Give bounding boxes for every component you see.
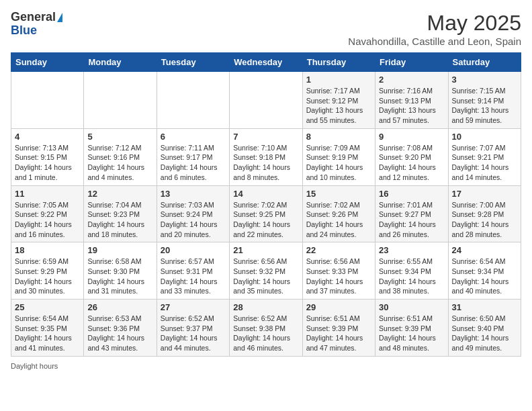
day-info: Sunrise: 6:56 AMSunset: 9:33 PMDaylight:… [306,257,371,296]
logo-icon [57,13,62,22]
day-info: Sunrise: 6:55 AMSunset: 9:34 PMDaylight:… [379,257,444,296]
calendar-header-friday: Friday [375,53,448,72]
calendar-cell: 8Sunrise: 7:09 AMSunset: 9:19 PMDaylight… [302,128,375,185]
day-info: Sunrise: 7:17 AMSunset: 9:12 PMDaylight:… [306,86,371,126]
calendar-cell: 16Sunrise: 7:01 AMSunset: 9:27 PMDayligh… [375,185,448,242]
calendar-header-saturday: Saturday [448,53,521,72]
day-number: 4 [15,132,80,142]
day-number: 29 [306,302,371,312]
day-number: 1 [306,75,371,85]
calendar-week-row: 4Sunrise: 7:13 AMSunset: 9:15 PMDaylight… [11,128,521,185]
calendar-cell: 17Sunrise: 7:00 AMSunset: 9:28 PMDayligh… [448,185,521,242]
day-number: 22 [306,245,371,255]
day-info: Sunrise: 6:59 AMSunset: 9:29 PMDaylight:… [15,257,80,296]
calendar-cell: 2Sunrise: 7:16 AMSunset: 9:13 PMDaylight… [375,72,448,129]
calendar-cell: 30Sunrise: 6:51 AMSunset: 9:39 PMDayligh… [375,300,448,357]
day-info: Sunrise: 7:02 AMSunset: 9:26 PMDaylight:… [306,200,371,240]
title-block: May 2025 Navahondilla, Castille and Leon… [348,11,521,47]
day-number: 18 [15,245,80,255]
calendar-cell: 9Sunrise: 7:08 AMSunset: 9:20 PMDaylight… [375,128,448,185]
page-header: General Blue May 2025 Navahondilla, Cast… [11,11,521,47]
calendar-cell: 23Sunrise: 6:55 AMSunset: 9:34 PMDayligh… [375,242,448,300]
day-number: 12 [87,189,152,199]
calendar-cell: 20Sunrise: 6:57 AMSunset: 9:31 PMDayligh… [157,242,229,300]
calendar-cell [230,72,302,129]
calendar-header-wednesday: Wednesday [230,53,302,72]
day-info: Sunrise: 7:09 AMSunset: 9:19 PMDaylight:… [306,143,371,183]
calendar-week-row: 18Sunrise: 6:59 AMSunset: 9:29 PMDayligh… [11,242,521,300]
day-number: 28 [233,302,298,312]
calendar-cell: 3Sunrise: 7:15 AMSunset: 9:14 PMDaylight… [448,72,521,129]
calendar-cell: 1Sunrise: 7:17 AMSunset: 9:12 PMDaylight… [302,72,375,129]
day-info: Sunrise: 6:51 AMSunset: 9:39 PMDaylight:… [306,314,371,353]
calendar-cell: 29Sunrise: 6:51 AMSunset: 9:39 PMDayligh… [302,300,375,357]
day-info: Sunrise: 7:03 AMSunset: 9:24 PMDaylight:… [161,200,226,240]
day-info: Sunrise: 7:05 AMSunset: 9:22 PMDaylight:… [15,200,80,240]
day-number: 2 [379,75,444,85]
day-info: Sunrise: 7:11 AMSunset: 9:17 PMDaylight:… [161,143,226,183]
day-info: Sunrise: 7:02 AMSunset: 9:25 PMDaylight:… [233,200,298,240]
logo-blue: Blue [11,24,62,38]
day-info: Sunrise: 6:53 AMSunset: 9:36 PMDaylight:… [87,314,152,353]
calendar-cell: 5Sunrise: 7:12 AMSunset: 9:16 PMDaylight… [84,128,157,185]
calendar-header-monday: Monday [84,53,157,72]
location-title: Navahondilla, Castille and Leon, Spain [348,36,521,47]
day-info: Sunrise: 6:51 AMSunset: 9:39 PMDaylight:… [379,314,444,353]
day-number: 10 [452,132,517,142]
logo-general: General [11,10,56,24]
day-info: Sunrise: 7:04 AMSunset: 9:23 PMDaylight:… [87,200,152,240]
footer: Daylight hours [11,362,521,370]
calendar-cell: 15Sunrise: 7:02 AMSunset: 9:26 PMDayligh… [302,185,375,242]
calendar-header-thursday: Thursday [302,53,375,72]
calendar-table: SundayMondayTuesdayWednesdayThursdayFrid… [11,52,521,357]
day-info: Sunrise: 7:08 AMSunset: 9:20 PMDaylight:… [379,143,444,183]
day-info: Sunrise: 6:58 AMSunset: 9:30 PMDaylight:… [87,257,152,296]
day-number: 21 [233,245,298,255]
day-info: Sunrise: 7:13 AMSunset: 9:15 PMDaylight:… [15,143,80,183]
calendar-header-tuesday: Tuesday [157,53,229,72]
calendar-cell: 6Sunrise: 7:11 AMSunset: 9:17 PMDaylight… [157,128,229,185]
calendar-cell: 10Sunrise: 7:07 AMSunset: 9:21 PMDayligh… [448,128,521,185]
calendar-cell: 18Sunrise: 6:59 AMSunset: 9:29 PMDayligh… [11,242,84,300]
day-info: Sunrise: 6:50 AMSunset: 9:40 PMDaylight:… [452,314,517,353]
calendar-cell: 25Sunrise: 6:54 AMSunset: 9:35 PMDayligh… [11,300,84,357]
calendar-header-sunday: Sunday [11,53,84,72]
day-info: Sunrise: 6:54 AMSunset: 9:35 PMDaylight:… [15,314,80,353]
day-info: Sunrise: 6:52 AMSunset: 9:37 PMDaylight:… [161,314,226,353]
calendar-header-row: SundayMondayTuesdayWednesdayThursdayFrid… [11,53,521,72]
day-info: Sunrise: 7:16 AMSunset: 9:13 PMDaylight:… [379,86,444,126]
day-number: 15 [306,189,371,199]
day-info: Sunrise: 6:57 AMSunset: 9:31 PMDaylight:… [161,257,226,296]
calendar-cell: 24Sunrise: 6:54 AMSunset: 9:34 PMDayligh… [448,242,521,300]
day-number: 7 [233,132,298,142]
calendar-week-row: 25Sunrise: 6:54 AMSunset: 9:35 PMDayligh… [11,300,521,357]
day-number: 27 [161,302,226,312]
day-info: Sunrise: 6:54 AMSunset: 9:34 PMDaylight:… [452,257,517,296]
day-number: 14 [233,189,298,199]
calendar-cell: 4Sunrise: 7:13 AMSunset: 9:15 PMDaylight… [11,128,84,185]
day-info: Sunrise: 7:00 AMSunset: 9:28 PMDaylight:… [452,200,517,240]
day-info: Sunrise: 7:15 AMSunset: 9:14 PMDaylight:… [452,86,517,126]
day-number: 11 [15,189,80,199]
day-number: 9 [379,132,444,142]
calendar-cell: 26Sunrise: 6:53 AMSunset: 9:36 PMDayligh… [84,300,157,357]
day-number: 13 [161,189,226,199]
calendar-cell: 28Sunrise: 6:52 AMSunset: 9:38 PMDayligh… [230,300,302,357]
calendar-week-row: 1Sunrise: 7:17 AMSunset: 9:12 PMDaylight… [11,72,521,129]
logo: General Blue [11,11,62,38]
day-number: 19 [87,245,152,255]
calendar-cell: 22Sunrise: 6:56 AMSunset: 9:33 PMDayligh… [302,242,375,300]
calendar-cell: 11Sunrise: 7:05 AMSunset: 9:22 PMDayligh… [11,185,84,242]
calendar-cell [11,72,84,129]
day-number: 30 [379,302,444,312]
day-number: 31 [452,302,517,312]
calendar-cell: 13Sunrise: 7:03 AMSunset: 9:24 PMDayligh… [157,185,229,242]
calendar-cell: 14Sunrise: 7:02 AMSunset: 9:25 PMDayligh… [230,185,302,242]
day-number: 16 [379,189,444,199]
day-number: 3 [452,75,517,85]
day-info: Sunrise: 6:52 AMSunset: 9:38 PMDaylight:… [233,314,298,353]
day-info: Sunrise: 6:56 AMSunset: 9:32 PMDaylight:… [233,257,298,296]
calendar-cell: 7Sunrise: 7:10 AMSunset: 9:18 PMDaylight… [230,128,302,185]
calendar-week-row: 11Sunrise: 7:05 AMSunset: 9:22 PMDayligh… [11,185,521,242]
calendar-cell: 27Sunrise: 6:52 AMSunset: 9:37 PMDayligh… [157,300,229,357]
